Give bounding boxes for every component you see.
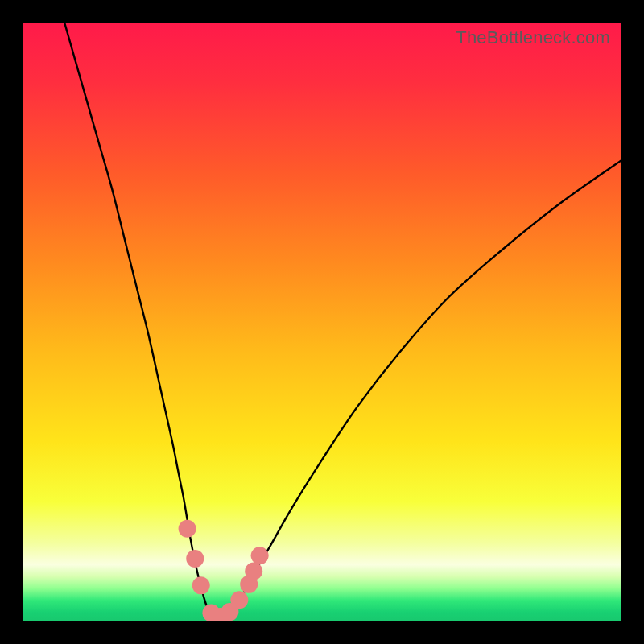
curve-layer [23,23,621,621]
valley-marker [230,591,248,609]
valley-marker [186,550,204,568]
valley-marker [179,520,196,538]
watermark-text: TheBottleneck.com [456,27,610,48]
valley-markers [179,520,269,621]
valley-marker [192,576,210,594]
valley-marker [245,563,262,580]
chart-frame: TheBottleneck.com [0,0,644,644]
bottleneck-curve [64,23,621,619]
plot-area: TheBottleneck.com [23,23,621,621]
valley-marker [251,547,269,564]
